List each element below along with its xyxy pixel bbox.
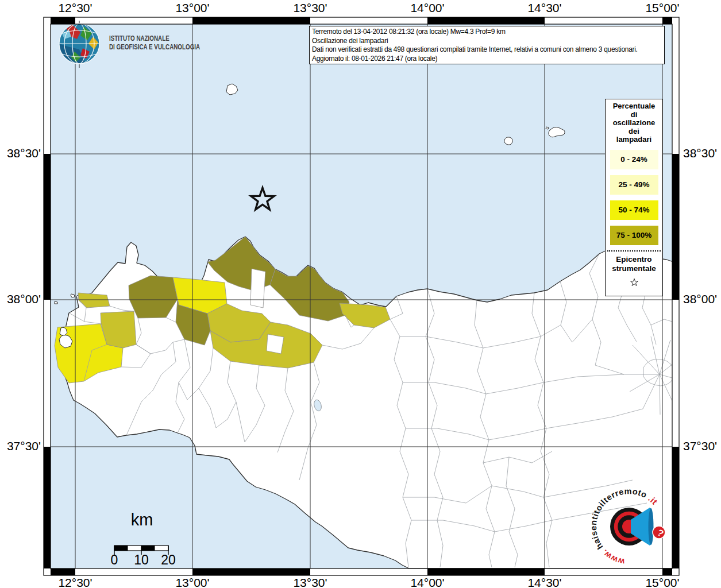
- legend-divider: [607, 250, 661, 252]
- axis-tick-label: 13°30': [284, 1, 336, 15]
- legend-class-label: 50 - 74%: [618, 206, 649, 214]
- scale-tick-label: 10: [130, 552, 153, 568]
- legend-title-line: dei: [606, 127, 662, 136]
- legend-epicenter-line: Epicentro: [606, 255, 662, 264]
- axis-tick-label: 13°00': [167, 576, 218, 588]
- axis-tick-label: 14°30': [519, 576, 570, 588]
- islet: [55, 301, 57, 304]
- legend-class-75-100: 75 - 100%: [610, 226, 658, 245]
- scale-tick-label: 0: [103, 552, 126, 568]
- legend-class-25-49: 25 - 49%: [610, 175, 658, 195]
- map-subject: Oscillazione dei lampadari: [312, 37, 662, 46]
- legend-title-line: Percentuale: [606, 102, 662, 111]
- legend-title-line: di: [606, 111, 662, 119]
- legend-class-label: 25 - 49%: [618, 180, 649, 189]
- legend-title: Percentuale di oscillazione dei lampadar…: [606, 102, 662, 144]
- axis-tick-label: 15°00': [637, 1, 688, 15]
- axis-tick-label: 14°00': [402, 576, 453, 588]
- legend-class-0-24: 0 - 24%: [610, 150, 658, 169]
- axis-tick-label: 38°00': [0, 292, 41, 306]
- legend-class-label: 0 - 24%: [620, 155, 647, 164]
- scale-bar-unit: km: [125, 510, 159, 529]
- axis-tick-label: 38°00': [683, 292, 721, 306]
- axis-tick-label: 37°30': [0, 439, 41, 453]
- update-timestamp: Aggiornato il: 08-01-2026 21:47 (ora loc…: [312, 55, 662, 64]
- axis-tick-label: 12°30': [49, 576, 101, 588]
- legend-title-line: lampadari: [606, 136, 662, 144]
- island-alicudi: [504, 137, 512, 145]
- legend-title-line: oscillazione: [606, 119, 662, 127]
- axis-tick-label: 38°30': [0, 146, 41, 160]
- axis-tick-label: 14°30': [519, 1, 570, 15]
- ingv-logo-text: ISTITUTO NAZIONALE DI GEOFISICA E VULCAN…: [109, 34, 200, 51]
- legend-epicenter-line: strumentale: [606, 264, 662, 273]
- axis-tick-label: 37°30': [683, 439, 721, 453]
- axis-tick-label: 38°30': [683, 146, 721, 160]
- ingv-name-line2: DI GEOFISICA E VULCANOLOGIA: [109, 43, 200, 52]
- islet: [71, 294, 75, 297]
- axis-tick-label: 15°00': [637, 576, 688, 588]
- event-info-box: Terremoto del 13-04-2012 08:21:32 (ora l…: [309, 26, 665, 64]
- legend-class-label: 75 - 100%: [616, 231, 652, 239]
- ingv-name-line1: ISTITUTO NAZIONALE: [109, 34, 200, 43]
- epicenter-symbol-small: [626, 274, 642, 291]
- axis-tick-label: 12°30': [49, 1, 101, 15]
- scale-tick-label: 20: [157, 552, 180, 568]
- macroseismic-map-figure: www. haisentitoilterremoto .it ? 12°30' …: [0, 0, 721, 588]
- event-title: Terremoto del 13-04-2012 08:21:32 (ora l…: [312, 28, 662, 37]
- uncolored-gap: [267, 334, 284, 354]
- legend-class-50-74: 50 - 74%: [610, 200, 658, 220]
- islet: [546, 127, 549, 129]
- axis-tick-label: 14°00': [402, 1, 453, 15]
- axis-tick-label: 13°30': [284, 576, 336, 588]
- data-disclaimer: Dati non verificati estratti da 498 ques…: [312, 45, 662, 55]
- axis-tick-label: 13°00': [167, 1, 218, 15]
- legend-epicenter-label: Epicentro strumentale: [606, 255, 662, 273]
- legend-box: Percentuale di oscillazione dei lampadar…: [605, 99, 663, 296]
- uncolored-gap: [250, 269, 265, 308]
